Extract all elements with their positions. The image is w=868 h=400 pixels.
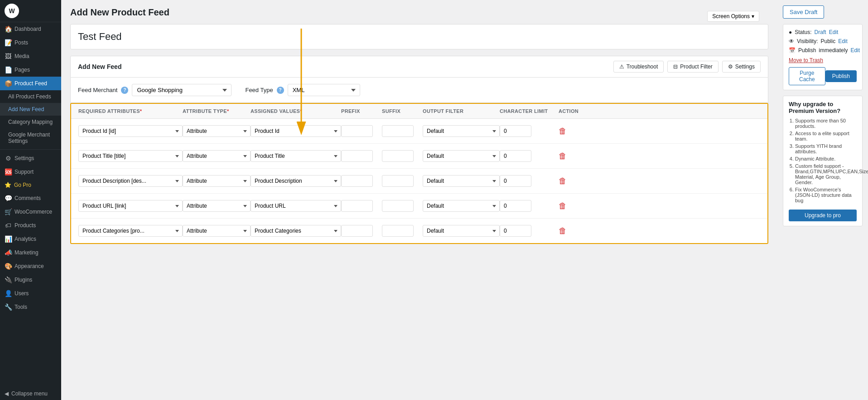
suffix-cell <box>382 200 423 212</box>
sidebar-item-add-new-feed[interactable]: Add New Feed <box>0 103 61 116</box>
sidebar-item-marketing[interactable]: 📣 Marketing <box>0 246 61 259</box>
prefix-input-5[interactable] <box>341 225 373 237</box>
sidebar-item-all-feeds[interactable]: All Product Feeds <box>0 90 61 103</box>
sidebar-item-users[interactable]: 👤 Users <box>0 287 61 300</box>
sidebar-item-category-mapping[interactable]: Category Mapping <box>0 116 61 128</box>
suffix-input-3[interactable] <box>382 175 414 187</box>
sidebar-item-support[interactable]: 🆘 Support <box>0 165 61 179</box>
prefix-input-1[interactable] <box>341 125 373 137</box>
output-filter-select-1[interactable]: Default <box>423 125 500 137</box>
sidebar-item-google-merchant[interactable]: Google Merchant Settings <box>0 128 61 147</box>
attr-type-select-3[interactable]: Attribute <box>183 175 251 187</box>
required-attr-select-4[interactable]: Product URL [link] <box>78 200 183 212</box>
required-attr-select-3[interactable]: Product Description [des... <box>78 175 183 187</box>
col-header-character-limit: CHARACTER LIMIT <box>500 108 559 114</box>
star-icon: ⭐ <box>5 182 11 188</box>
attr-type-cell: Attribute <box>183 200 251 212</box>
suffix-input-4[interactable] <box>382 200 414 212</box>
delete-row-button-3[interactable]: 🗑 <box>559 176 567 186</box>
sidebar-item-dashboard[interactable]: 🏠 Dashboard <box>0 22 61 36</box>
output-filter-select-4[interactable]: Default <box>423 200 500 212</box>
char-limit-input-2[interactable] <box>500 150 531 162</box>
visibility-edit-link[interactable]: Edit <box>838 38 848 44</box>
assigned-val-select-1[interactable]: Product Id <box>251 125 341 137</box>
list-item: Supports more than 50 products. <box>795 118 857 129</box>
output-filter-select-2[interactable]: Default <box>423 150 500 162</box>
delete-row-button-4[interactable]: 🗑 <box>559 201 567 211</box>
feed-merchant-select[interactable]: Google Shopping <box>132 84 231 96</box>
sidebar-item-comments[interactable]: 💬 Comments <box>0 191 61 205</box>
output-filter-cell: Default <box>423 175 500 187</box>
attr-type-select-4[interactable]: Attribute <box>183 200 251 212</box>
table-row: Product Categories [pro... Attribute Pro… <box>71 219 767 243</box>
product-filter-button[interactable]: ⊟ Product Filter <box>667 61 718 73</box>
sidebar-item-tools[interactable]: 🔧 Tools <box>0 300 61 314</box>
attr-type-select-5[interactable]: Attribute <box>183 225 251 237</box>
feed-name-input[interactable] <box>78 31 761 43</box>
plugins-icon: 🔌 <box>5 276 12 283</box>
sidebar-item-settings[interactable]: ⚙ Settings <box>0 151 61 165</box>
delete-row-button-2[interactable]: 🗑 <box>559 151 567 161</box>
output-filter-select-3[interactable]: Default <box>423 175 500 187</box>
assigned-val-select-4[interactable]: Product URL <box>251 200 341 212</box>
assigned-val-select-5[interactable]: Product Categories <box>251 225 341 237</box>
troubleshoot-button[interactable]: ⚠ Troubleshoot <box>613 61 664 73</box>
support-icon: 🆘 <box>5 168 12 176</box>
sidebar-item-label: Marketing <box>14 249 39 256</box>
attr-type-select-2[interactable]: Attribute <box>183 150 251 162</box>
suffix-input-1[interactable] <box>382 125 414 137</box>
sidebar-item-media[interactable]: 🖼 Media <box>0 49 61 63</box>
col-header-attribute-type: ATTRIBUTE TYPE <box>183 108 251 114</box>
purge-cache-button[interactable]: Purge Cache <box>789 67 825 85</box>
col-header-required-attributes: REQUIRED ATTRIBUTES <box>78 108 183 114</box>
sidebar-item-products[interactable]: 🏷 Products <box>0 219 61 232</box>
list-item: Dynamic Attribute. <box>795 156 857 161</box>
suffix-cell <box>382 125 423 137</box>
analytics-icon: 📊 <box>5 235 12 243</box>
sidebar-item-label: Plugins <box>14 277 32 283</box>
feed-type-select[interactable]: XML <box>288 84 360 96</box>
upgrade-button[interactable]: Upgrade to pro <box>789 210 857 221</box>
sidebar-item-woocommerce[interactable]: 🛒 WooCommerce <box>0 205 61 219</box>
sidebar-item-plugins[interactable]: 🔌 Plugins <box>0 273 61 287</box>
status-edit-link[interactable]: Edit <box>829 29 839 35</box>
attr-type-select-1[interactable]: Attribute <box>183 125 251 137</box>
char-limit-input-5[interactable] <box>500 225 531 237</box>
sidebar-item-product-feed[interactable]: 📦 Product Feed <box>0 77 61 90</box>
delete-row-button-1[interactable]: 🗑 <box>559 127 567 136</box>
prefix-input-2[interactable] <box>341 150 373 162</box>
required-attr-select-1[interactable]: Product Id [id] <box>78 125 183 137</box>
settings-button[interactable]: ⚙ Settings <box>722 61 761 73</box>
delete-row-button-5[interactable]: 🗑 <box>559 226 567 236</box>
sidebar-item-posts[interactable]: 📝 Posts <box>0 36 61 49</box>
collapse-menu-button[interactable]: ◀ Collapse menu <box>0 387 61 400</box>
prefix-input-4[interactable] <box>341 200 373 212</box>
sidebar-item-appearance[interactable]: 🎨 Appearance <box>0 259 61 273</box>
sidebar-item-analytics[interactable]: 📊 Analytics <box>0 232 61 246</box>
save-draft-button[interactable]: Save Draft <box>783 5 824 19</box>
output-filter-cell: Default <box>423 125 500 137</box>
char-limit-input-3[interactable] <box>500 175 531 187</box>
char-limit-input-4[interactable] <box>500 200 531 212</box>
move-to-trash-link[interactable]: Move to Trash <box>789 57 823 63</box>
suffix-input-2[interactable] <box>382 150 414 162</box>
assigned-val-select-2[interactable]: Product Title <box>251 150 341 162</box>
feed-type-help-icon[interactable]: ? <box>277 87 284 94</box>
merchant-help-icon[interactable]: ? <box>121 87 128 94</box>
assigned-val-select-3[interactable]: Product Description <box>251 175 341 187</box>
suffix-input-5[interactable] <box>382 225 414 237</box>
required-attr-select-2[interactable]: Product Title [title] <box>78 150 183 162</box>
char-limit-input-1[interactable] <box>500 125 531 137</box>
dashboard-icon: 🏠 <box>5 25 12 33</box>
list-item: Custom field support - Brand,GTIN,MPN,UP… <box>795 163 857 185</box>
sidebar-go-pro[interactable]: ⭐ Go Pro <box>0 179 61 191</box>
screen-options-button[interactable]: Screen Options ▾ <box>707 11 759 22</box>
publish-edit-link[interactable]: Edit <box>850 47 860 54</box>
prefix-cell <box>341 225 382 237</box>
output-filter-cell: Default <box>423 225 500 237</box>
publish-button[interactable]: Publish <box>825 70 857 82</box>
prefix-input-3[interactable] <box>341 175 373 187</box>
sidebar-item-pages[interactable]: 📄 Pages <box>0 63 61 77</box>
required-attr-select-5[interactable]: Product Categories [pro... <box>78 225 183 237</box>
output-filter-select-5[interactable]: Default <box>423 225 500 237</box>
